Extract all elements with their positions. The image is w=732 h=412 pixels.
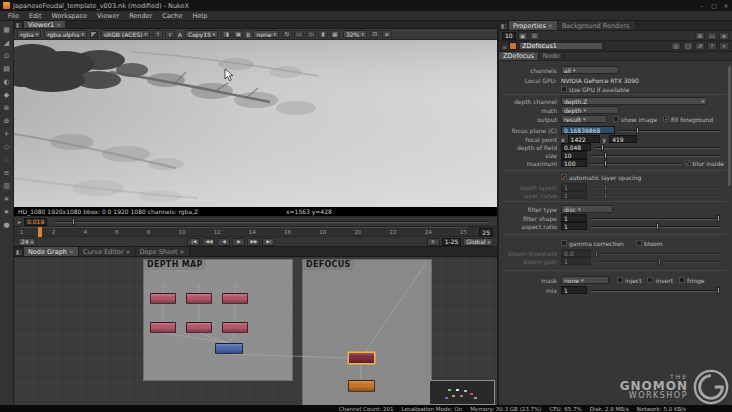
tab-properties[interactable]: Properties× <box>509 21 558 30</box>
node-write[interactable] <box>348 380 375 392</box>
node-grade-2[interactable] <box>186 293 212 304</box>
depth-of-field-slider[interactable] <box>595 144 720 151</box>
frame-ruler[interactable]: 12468101214161820222425 25 <box>14 226 497 236</box>
wipe-icon[interactable]: ◨ <box>221 30 231 38</box>
input-b-dropdown[interactable]: none▾ <box>253 30 278 38</box>
toolsets-icon[interactable]: ★ <box>1 205 13 218</box>
node-grade-5[interactable] <box>186 322 212 333</box>
gain-icon[interactable]: f <box>153 30 163 38</box>
panel-chooser-icon[interactable]: ◧ <box>499 21 509 30</box>
fringe-checkbox[interactable] <box>679 277 685 283</box>
node-graph-minimap[interactable] <box>429 380 495 405</box>
output-dropdown[interactable]: result▾ <box>561 115 607 123</box>
auto-layer-spacing-checkbox[interactable]: ✓ <box>561 174 567 180</box>
filter-shape-slider[interactable] <box>591 215 720 222</box>
end-frame-field[interactable]: 25 <box>479 228 493 236</box>
metadata-tools-icon[interactable]: ∗ <box>1 192 13 205</box>
filter-type-dropdown[interactable]: disc▾ <box>561 205 613 213</box>
minimize-button[interactable]: – <box>696 2 708 9</box>
properties-menu-icon[interactable]: ≡ <box>719 32 729 40</box>
maximum-slider[interactable] <box>591 160 681 167</box>
tab-close-icon[interactable]: × <box>56 21 61 28</box>
range-mode-dropdown[interactable]: Global▾ <box>463 238 493 246</box>
properties-scrollbar[interactable] <box>728 66 731 186</box>
frame-range-field[interactable]: 1-25 <box>442 238 462 246</box>
size-slider[interactable] <box>591 152 720 159</box>
depth-channel-dropdown[interactable]: depth.Z▾ <box>561 97 707 105</box>
checker-icon[interactable]: ▦ <box>330 30 340 38</box>
zoom-dropdown[interactable]: 32%▾ <box>343 30 367 38</box>
pause-icon[interactable]: ▮ <box>318 30 328 38</box>
gamma-icon[interactable]: γ <box>165 30 175 38</box>
channel-tools-icon[interactable]: ▤ <box>1 62 13 75</box>
update-icon[interactable]: ↻ <box>282 30 292 38</box>
use-gpu-checkbox[interactable] <box>561 86 567 92</box>
node-grade-3[interactable] <box>222 293 248 304</box>
clear-panels-icon[interactable]: ⊟ <box>530 32 540 40</box>
merge-tools-icon[interactable]: ⊕ <box>1 114 13 127</box>
panel-chooser-icon[interactable]: ◧ <box>14 21 24 28</box>
menu-edit[interactable]: Edit <box>24 12 47 20</box>
layer-curve-field[interactable]: 1 <box>561 191 587 199</box>
focus-plane-field[interactable]: 0.16839868 <box>561 126 615 134</box>
show-image-checkbox[interactable] <box>613 116 619 122</box>
revert-icon[interactable]: ↺ <box>695 42 705 50</box>
play-backward-button[interactable]: ◀◀ <box>202 238 215 246</box>
mix-slider[interactable] <box>591 287 720 294</box>
depth-layers-field[interactable]: 1 <box>561 183 587 191</box>
menu-cache[interactable]: Cache <box>157 12 187 20</box>
menu-workspace[interactable]: Workspace <box>46 12 92 20</box>
node-name-field[interactable]: ZDefocus1 <box>519 42 603 50</box>
3d-tools-icon[interactable]: ◇ <box>1 140 13 153</box>
tab-viewer1[interactable]: Viewer1 × <box>24 21 66 28</box>
aspect-ratio-field[interactable]: 1 <box>561 222 587 230</box>
menu-viewer[interactable]: Viewer <box>92 12 124 20</box>
views-tools-icon[interactable]: ▥ <box>1 179 13 192</box>
math-dropdown[interactable]: depth▾ <box>561 106 619 114</box>
invert-checkbox[interactable] <box>647 277 653 283</box>
goto-end-button[interactable]: ▶| <box>262 238 275 246</box>
node-grade-4[interactable] <box>150 322 176 333</box>
time-tools-icon[interactable]: ⊙ <box>1 49 13 62</box>
goto-start-button[interactable]: |◀ <box>187 238 200 246</box>
viewer-image[interactable] <box>14 40 497 207</box>
bloom-checkbox[interactable] <box>636 240 642 246</box>
other-tools-icon[interactable]: ● <box>1 218 13 231</box>
depth-of-field-field[interactable]: 0.048 <box>561 143 591 151</box>
focal-point-y-field[interactable]: 419 <box>609 135 637 143</box>
size-field[interactable]: 10 <box>561 151 587 159</box>
loop-button[interactable]: ↻ <box>427 238 440 246</box>
tab-node[interactable]: Node <box>539 52 565 60</box>
mix-field[interactable]: 1 <box>561 286 587 294</box>
stack-icon[interactable]: ▣ <box>233 30 243 38</box>
layer-curve-slider[interactable] <box>591 192 720 199</box>
image-tools-icon[interactable]: ▦ <box>1 23 13 36</box>
play-forward-button[interactable]: ▶▶ <box>247 238 260 246</box>
inject-checkbox[interactable] <box>617 277 623 283</box>
particles-tools-icon[interactable]: ∴ <box>1 153 13 166</box>
expand-panels-icon[interactable]: ⊞ <box>695 32 705 40</box>
drag-handle-icon[interactable]: ≡ <box>502 43 507 50</box>
draw-tools-icon[interactable]: ◢ <box>1 36 13 49</box>
step-back-button[interactable]: ◀ <box>217 238 230 246</box>
panel-chooser-icon[interactable]: ◧ <box>14 247 24 256</box>
menu-file[interactable]: File <box>3 12 24 20</box>
pin-panels-icon[interactable]: ▣ <box>518 32 528 40</box>
aspect-ratio-slider[interactable] <box>591 223 720 230</box>
help-icon[interactable]: ? <box>707 42 717 50</box>
tab-dope-sheet[interactable]: Dope Sheet× <box>136 247 190 256</box>
matte-swatch[interactable] <box>90 31 98 38</box>
bloom-threshold-slider[interactable] <box>595 250 720 257</box>
tab-node-graph[interactable]: Node Graph× <box>24 247 79 256</box>
transform-tools-icon[interactable]: + <box>1 127 13 140</box>
layer-dropdown[interactable]: rgba▾ <box>17 30 41 38</box>
node-graph-canvas[interactable]: DEPTH MAPDEFOCUS <box>14 257 497 406</box>
keyer-tools-icon[interactable]: ⊗ <box>1 101 13 114</box>
deep-tools-icon[interactable]: ≡ <box>1 166 13 179</box>
maximize-button[interactable]: ▢ <box>708 2 720 9</box>
tab-background-renders[interactable]: Background Renders <box>558 21 636 30</box>
center-node-icon[interactable]: ◎ <box>671 42 681 50</box>
tab-zdefocus[interactable]: ZDefocus <box>499 52 539 60</box>
bloom-gain-slider[interactable] <box>595 258 720 265</box>
color-tools-icon[interactable]: ◐ <box>1 75 13 88</box>
